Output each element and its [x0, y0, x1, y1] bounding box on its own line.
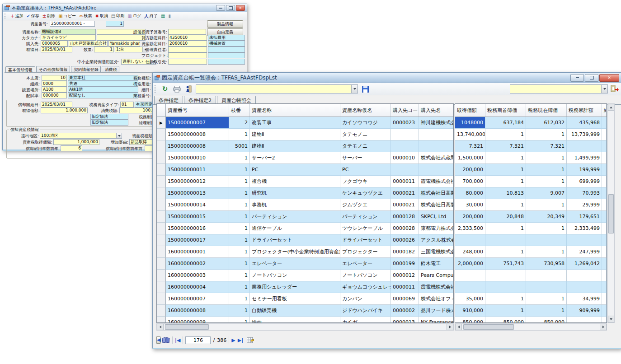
cell-no[interactable]: 160000000001	[166, 246, 229, 258]
row-selector[interactable]	[157, 281, 166, 293]
cell-begin_book[interactable]: 1	[485, 129, 526, 140]
cell-vendor[interactable]: SKPCI, Ltd	[419, 211, 454, 223]
next-record-button[interactable]: ▶	[231, 337, 235, 343]
scroll-down-icon[interactable]	[608, 316, 614, 322]
cell-acq[interactable]: 200,000	[455, 211, 485, 223]
export-grid-icon[interactable]	[247, 337, 254, 344]
cell-no[interactable]: 150000000013	[166, 187, 229, 199]
cell-name[interactable]: 複合機	[250, 176, 340, 187]
cell-vendor_code[interactable]	[391, 129, 419, 140]
cell-current_book[interactable]: 1	[526, 199, 567, 211]
cell-current_book[interactable]: 9,007	[526, 187, 567, 199]
cell-extra[interactable]	[602, 270, 607, 281]
cell-current_book[interactable]: 730,958	[526, 258, 567, 270]
cell-extra[interactable]	[602, 164, 607, 176]
cell-branch[interactable]: 1	[229, 223, 250, 234]
cell-extra[interactable]	[602, 211, 607, 223]
cell-begin_book[interactable]: 751,743	[485, 258, 526, 270]
column-header-branch[interactable]: 枝番	[229, 104, 250, 117]
cell-extra[interactable]	[602, 258, 607, 270]
row-selector[interactable]	[157, 317, 166, 323]
entry-tab-4[interactable]: 消費税	[102, 66, 119, 73]
cell-current_book[interactable]: 20,349	[526, 211, 567, 223]
scroll-right-icon[interactable]	[447, 324, 453, 330]
cell-vendor[interactable]: NY Fragrance Co.	[419, 317, 454, 323]
cell-accum[interactable]: 1,269,042	[567, 258, 602, 270]
toolbar-delete-button[interactable]: ±削除	[42, 13, 56, 19]
cell-acq[interactable]: 13,740,000	[455, 129, 485, 140]
toolbar-search-button[interactable]: ∞検索	[79, 13, 92, 19]
cell-kana[interactable]: フクゴウキ	[340, 176, 391, 187]
cell-current_book[interactable]: 612,032	[526, 117, 567, 129]
cell-vendor[interactable]: 株式会社日高製作	[419, 187, 454, 199]
scroll-up-icon[interactable]	[608, 104, 614, 111]
cell-current_book[interactable]: 1	[526, 176, 567, 187]
cell-acq[interactable]: 248,000	[455, 246, 485, 258]
acq-date-field[interactable]: 2025/03/01	[41, 47, 72, 52]
column-header-no[interactable]: 資産番号	[166, 104, 229, 117]
cell-begin_book[interactable]: 7,321	[485, 140, 526, 152]
cell-branch[interactable]: 1	[229, 246, 250, 258]
cell-no[interactable]: 150000000008	[166, 140, 229, 152]
cell-extra[interactable]	[602, 223, 607, 234]
cell-accum[interactable]: 13,739,999	[567, 129, 602, 140]
exit-button[interactable]	[610, 84, 619, 93]
cell-kana[interactable]: ジドウハンバイキ	[340, 305, 391, 317]
cell-no[interactable]: 160000000002	[166, 258, 229, 270]
cell-accum[interactable]: 29,999	[567, 199, 602, 211]
row-selector[interactable]	[157, 187, 166, 199]
cell-acq[interactable]: 2,000,000	[455, 258, 485, 270]
cell-accum[interactable]: 435,968	[567, 117, 602, 129]
cell-accum[interactable]: 247,999	[567, 246, 602, 258]
previous-record-button[interactable]: ◀	[156, 336, 161, 344]
cell-branch[interactable]: 1	[229, 211, 250, 223]
cell-no[interactable]: 150000000016	[166, 223, 229, 234]
row-selector[interactable]	[157, 293, 166, 305]
dropdown-icon[interactable]	[601, 85, 607, 93]
cell-kana[interactable]: ジムヅクエ	[340, 199, 391, 211]
cell-current_book[interactable]	[526, 234, 567, 246]
cell-kana[interactable]: タテモノニ	[340, 129, 391, 140]
cell-begin_book[interactable]	[485, 281, 526, 293]
cell-acq[interactable]: 910,000	[455, 305, 485, 317]
cell-vendor[interactable]: 株式会社日高製作	[419, 199, 454, 211]
cell-no[interactable]: 150000000014	[166, 199, 229, 211]
column-header-vendor[interactable]: 購入先名	[419, 104, 454, 117]
asset-account-code-field[interactable]: 2060010	[168, 41, 207, 47]
cell-branch[interactable]: 1	[229, 176, 250, 187]
cell-vendor_code[interactable]: 0000002	[391, 305, 419, 317]
cell-begin_book[interactable]: 1	[485, 305, 526, 317]
column-header-kana[interactable]: 資産名称仮名	[340, 104, 391, 117]
cell-branch[interactable]: 1	[229, 305, 250, 317]
asset-sub-field[interactable]: 1	[106, 21, 124, 27]
cell-accum[interactable]: 699,999	[567, 176, 602, 187]
cell-current_book[interactable]: 7,321	[526, 140, 567, 152]
cell-begin_book[interactable]: 1	[485, 164, 526, 176]
first-record-button[interactable]: |◀	[175, 337, 180, 343]
cell-acq[interactable]: 1,500,000	[455, 152, 485, 164]
cell-vendor_code[interactable]: 0000013	[391, 317, 419, 323]
column-header-extra[interactable]: 経	[602, 104, 607, 117]
cell-accum[interactable]	[567, 270, 602, 281]
cell-accum[interactable]: 199,999	[567, 164, 602, 176]
cell-acq[interactable]: 2,333,500	[455, 223, 485, 234]
cell-begin_book[interactable]: 10,813	[485, 187, 526, 199]
toolbar-save-button[interactable]: ✔保存	[26, 13, 39, 19]
cell-acq[interactable]: 35,000	[455, 293, 485, 305]
toolbar-add-button[interactable]: +追加	[10, 13, 24, 19]
cell-current_book[interactable]: 1	[526, 293, 567, 305]
row-selector[interactable]	[157, 211, 166, 223]
row-selector[interactable]	[157, 164, 166, 176]
cell-extra[interactable]	[602, 317, 607, 323]
cell-current_book[interactable]: 850,000	[526, 317, 567, 323]
toolbar-copy-button[interactable]: ▣コピー	[58, 13, 76, 19]
cell-accum[interactable]	[567, 317, 602, 323]
cell-no[interactable]: 150000000008	[166, 129, 229, 140]
cell-branch[interactable]: 1	[229, 317, 250, 323]
cell-begin_book[interactable]: 850,000	[485, 317, 526, 323]
budget-field[interactable]	[168, 29, 206, 35]
vendor-name-field[interactable]: 山木戸製薬株式会社	[69, 41, 108, 47]
acq-value-field[interactable]: 1,000,000	[41, 107, 88, 113]
cell-branch[interactable]: 1	[229, 293, 250, 305]
cell-vendor[interactable]: 株式会社武蔵野電	[419, 152, 454, 164]
